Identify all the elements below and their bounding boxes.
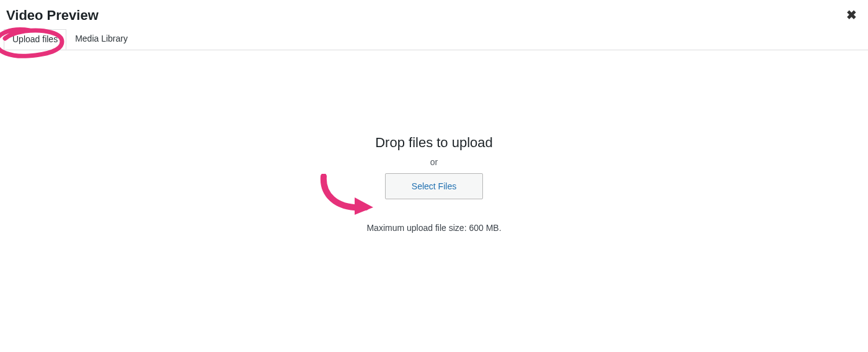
- upload-panel: Drop files to upload or Select Files Max…: [0, 50, 868, 317]
- drop-files-heading: Drop files to upload: [375, 135, 493, 151]
- tab-media-library[interactable]: Media Library: [66, 29, 136, 49]
- tabs-row: Upload files Media Library: [0, 29, 868, 50]
- modal-title: Video Preview: [6, 7, 99, 24]
- select-files-button[interactable]: Select Files: [385, 173, 483, 199]
- tab-upload-files[interactable]: Upload files: [4, 29, 66, 50]
- close-icon[interactable]: ✖: [841, 7, 862, 22]
- modal-header: Video Preview ✖: [0, 0, 868, 29]
- or-label: or: [430, 157, 438, 167]
- max-upload-size-label: Maximum upload file size: 600 MB.: [366, 223, 501, 233]
